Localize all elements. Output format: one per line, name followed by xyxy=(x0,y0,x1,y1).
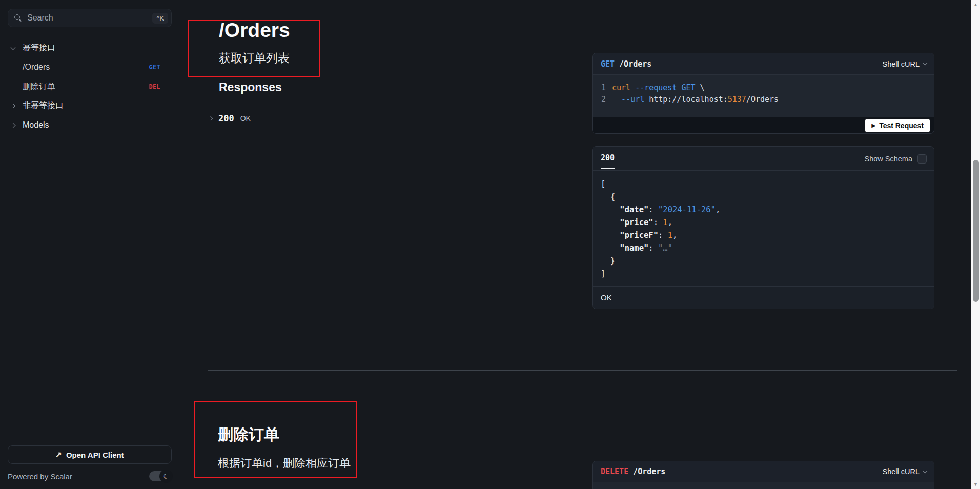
play-icon: ▶ xyxy=(871,123,875,128)
request-card-header: GET /Orders Shell cURL xyxy=(593,53,934,75)
sidebar-group-idempotent[interactable]: 幂等接口 xyxy=(6,41,173,54)
show-schema-label: Show Schema xyxy=(865,155,913,163)
chevron-right-icon xyxy=(11,103,16,108)
sidebar-group-non-idempotent[interactable]: 非幂等接口 xyxy=(6,99,173,112)
method-badge-get: GET xyxy=(149,64,160,71)
chevron-down-icon xyxy=(923,468,927,473)
scroll-up-arrow[interactable]: ▲ xyxy=(971,2,980,7)
powered-by-scalar-label: Powered by Scalar xyxy=(8,472,72,481)
method-badge-del: DEL xyxy=(149,83,160,90)
language-selector[interactable]: Shell cURL xyxy=(882,60,927,68)
moon-icon: ☾ xyxy=(163,473,170,480)
chevron-down-icon xyxy=(923,61,927,65)
chevron-right-icon xyxy=(11,123,16,128)
status-tab-200[interactable]: 200 xyxy=(601,153,615,169)
response-json-block: [ { "date": "2024-11-26", "price": 1, "p… xyxy=(593,171,934,287)
curl-code-block: 1curl --request GET \2 --url http://loca… xyxy=(593,75,934,117)
sidebar-item-label: /Orders xyxy=(23,63,50,72)
show-schema-checkbox[interactable] xyxy=(917,154,927,164)
language-selector[interactable]: Shell cURL xyxy=(882,467,927,476)
endpoint-title: 删除订单 xyxy=(218,425,279,444)
dark-mode-toggle[interactable]: ☾ xyxy=(149,471,172,481)
chevron-right-icon xyxy=(209,116,213,120)
endpoint-description: 根据订单id，删除相应订单 xyxy=(218,456,351,471)
search-icon xyxy=(14,14,22,22)
path-label: /Orders xyxy=(633,467,665,476)
scrollbar-thumb[interactable] xyxy=(973,160,979,302)
request-example-card: GET /Orders Shell cURL 1curl --request G… xyxy=(592,53,934,134)
response-code: 200 xyxy=(218,113,234,124)
sidebar-footer: ↗ Open API Client Powered by Scalar ☾ xyxy=(0,436,179,489)
curl-code-block xyxy=(593,482,934,489)
request-card-header: DELETE /Orders Shell cURL xyxy=(593,461,934,482)
path-label: /Orders xyxy=(619,59,651,69)
responses-heading: Responses xyxy=(219,80,282,94)
sidebar-group-models[interactable]: Models xyxy=(6,118,173,132)
sidebar-item-label: 删除订单 xyxy=(23,82,55,92)
test-request-button[interactable]: ▶ Test Request xyxy=(865,119,930,132)
response-footer-label: OK xyxy=(601,293,612,302)
search-input[interactable]: Search ^K xyxy=(8,9,172,27)
scroll-down-arrow[interactable]: ▼ xyxy=(971,482,980,487)
language-label: Shell cURL xyxy=(882,60,920,68)
chevron-down-icon xyxy=(11,45,16,50)
language-label: Shell cURL xyxy=(882,467,920,476)
external-link-icon: ↗ xyxy=(55,450,62,459)
toggle-knob: ☾ xyxy=(159,470,173,483)
section-divider xyxy=(208,370,957,371)
method-label: GET xyxy=(601,59,615,69)
response-row-200[interactable]: 200 OK xyxy=(209,113,251,124)
sidebar-group-label: 幂等接口 xyxy=(23,43,55,53)
show-schema-toggle[interactable]: Show Schema xyxy=(865,147,927,171)
request-card-footer: ▶ Test Request xyxy=(593,117,934,134)
endpoint-title: /Orders xyxy=(219,18,290,43)
delete-request-example-card: DELETE /Orders Shell cURL xyxy=(592,461,934,489)
sidebar-group-label: 非幂等接口 xyxy=(23,100,64,111)
open-api-client-button[interactable]: ↗ Open API Client xyxy=(8,445,172,464)
method-label: DELETE xyxy=(601,467,628,476)
search-placeholder: Search xyxy=(27,13,152,23)
endpoint-description: 获取订单列表 xyxy=(219,51,290,66)
responses-divider xyxy=(219,104,561,104)
response-label: OK xyxy=(240,114,251,123)
response-card-footer: OK xyxy=(593,286,934,309)
vertical-scrollbar[interactable]: ▲ ▼ xyxy=(971,0,980,489)
response-example-card: 200 Show Schema [ { "date": "2024-11-26"… xyxy=(592,146,934,309)
powered-by-row: Powered by Scalar ☾ xyxy=(8,471,172,481)
search-shortcut-badge: ^K xyxy=(152,13,168,24)
sidebar: Search ^K 幂等接口 /Orders GET 删除订单 DEL 非幂等接… xyxy=(0,0,179,489)
open-api-client-label: Open API Client xyxy=(66,451,124,459)
test-request-label: Test Request xyxy=(879,121,924,130)
sidebar-item-orders[interactable]: /Orders GET xyxy=(6,60,173,74)
response-card-header: 200 Show Schema xyxy=(593,147,934,171)
sidebar-group-label: Models xyxy=(23,120,49,130)
sidebar-item-delete-order[interactable]: 删除订单 DEL xyxy=(6,80,173,93)
